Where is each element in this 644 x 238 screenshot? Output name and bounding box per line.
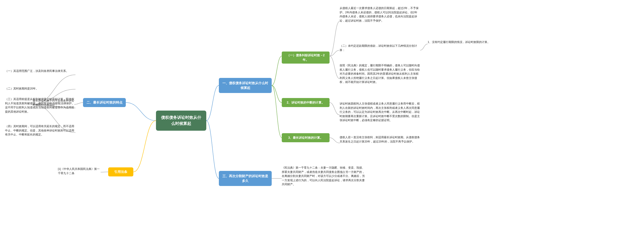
b1c1t3-text: 1、没有约定履行期限的情况，诉讼时效限的计算。 [428, 39, 498, 49]
b2t3-text: （三）其适用前提是从权利被侵害之时开始计算，即使权利人不知道其权利被侵害，亦只在… [5, 96, 75, 120]
b1c2-node: 2、诉讼时效的中断的计算。 [282, 98, 330, 107]
b2t1-text: （一）其适用范围广泛，涉及到各类民事法律关系。 [5, 68, 75, 82]
b1c1t2-text: （二）未约定还款期限的借款，诉讼时效依以下几种情况分别计算： [340, 43, 420, 58]
b1c1-node: （一）债务纠纷诉讼时效－2年。 [282, 52, 330, 64]
branch3-node: 三、再次分割财产的诉讼时效是多久 [219, 171, 272, 186]
b1c3t1-text: 债权人若一直没有主张权利，则适用最长诉讼时效期。从债权债务关系发生之日起计算20… [340, 134, 420, 152]
b2t2-text: （二）其时效期间是20年。 [5, 85, 75, 93]
b3t1-text: 《民法典》第一千零九十二条：夫妻一方隐匿、转移、变卖、毁损、挥霍夫妻共同财产，或… [282, 165, 367, 192]
branch2-node: 二、最长诉讼时效的特点 [83, 98, 126, 107]
branch4-node: 引用法条 [108, 167, 133, 176]
branch1-node: 一、债权债务诉讼时效从什么时候算起 [219, 78, 272, 93]
b1c3-node: 3、最长诉讼时效的计算。 [282, 133, 330, 142]
mindmap-container: 债权债务诉讼时效从什么时候算起一、债权债务诉讼时效从什么时候算起（一）债务纠纷诉… [0, 0, 644, 238]
connections-svg [0, 0, 644, 238]
b1c1t1-text: 从债权人最近一次要求债务人还债的日期算起，超过2年，不予保护。2年内债务人未还债… [340, 5, 420, 38]
b4t1-text: [1]《中华人民共和国民法典》第一千零九十二条 [58, 166, 101, 178]
center-node: 债权债务诉讼时效从什么时候算起 [156, 111, 206, 131]
b1c1t4-text: 按照《民法典》的规定，履行期限不明确的，债务人可以随时向债权人履行义务，债权人也… [340, 62, 420, 95]
b2t4-text: （四）其时效期间，可以适用有关延长的规定，而不适用中止、中断的规定。但是，其他各… [5, 123, 75, 142]
b1c2t1-text: 诉讼时效因权利人主张债权或者义务人同意履行义务而中断后，权利人在新的诉讼时效时间… [340, 101, 420, 129]
